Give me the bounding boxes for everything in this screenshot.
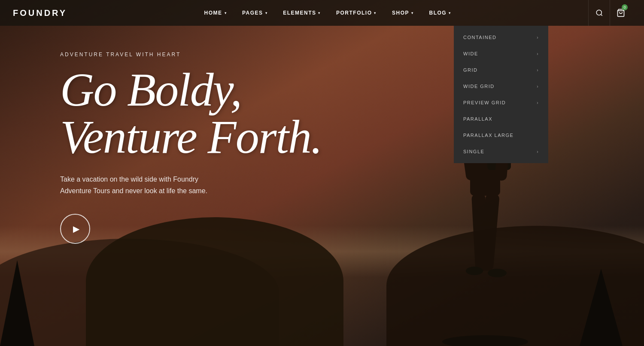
preview-grid-chevron-icon: ›: [537, 100, 539, 105]
wide-chevron-icon: ›: [537, 52, 539, 56]
dropdown-item-grid[interactable]: GRID ›: [454, 62, 548, 78]
hero-content: ADVENTURE TRAVEL WITH HEART Go Boldy, Ve…: [60, 52, 322, 244]
site-logo[interactable]: FOUNDRY: [13, 8, 67, 18]
hero-title-line2: Venture Forth.: [60, 113, 322, 161]
single-chevron-icon: ›: [537, 149, 539, 154]
nav-links: HOME ▾ PAGES ▾ ELEMENTS ▾ PORTFOLIO ▾ SH…: [197, 0, 459, 26]
svg-point-7: [466, 267, 483, 275]
blog-chevron-icon: ▾: [449, 11, 451, 15]
dropdown-item-wide[interactable]: WIDE ›: [454, 46, 548, 62]
hero-description: Take a vacation on the wild side with Fo…: [60, 173, 322, 197]
svg-point-9: [442, 335, 528, 346]
hero-section: FOUNDRY HOME ▾ PAGES ▾ ELEMENTS ▾ PORTFO…: [0, 0, 644, 346]
dropdown-item-contained[interactable]: CONTAINED ›: [454, 29, 548, 46]
cart-count: 0: [622, 4, 628, 10]
play-icon: ▶: [73, 224, 79, 234]
dropdown-item-preview-grid[interactable]: PREVIEW GRID ›: [454, 94, 548, 111]
portfolio-dropdown: CONTAINED › WIDE › GRID › WIDE GRID › PR…: [454, 26, 548, 163]
contained-chevron-icon: ›: [537, 35, 539, 40]
nav-portfolio[interactable]: PORTFOLIO ▾: [328, 0, 384, 26]
hero-title-line1: Go Boldy,: [60, 66, 322, 113]
dropdown-item-parallax-large[interactable]: PARALLAX LARGE: [454, 127, 548, 143]
home-chevron-icon: ▾: [225, 11, 227, 15]
nav-elements[interactable]: ELEMENTS ▾: [275, 0, 328, 26]
hero-subtitle: ADVENTURE TRAVEL WITH HEART: [60, 52, 322, 58]
svg-point-10: [596, 10, 601, 15]
dropdown-item-wide-grid[interactable]: WIDE GRID ›: [454, 78, 548, 94]
search-button[interactable]: [588, 0, 610, 26]
hero-title: Go Boldy, Venture Forth.: [60, 66, 322, 161]
svg-point-8: [488, 269, 507, 277]
svg-line-11: [601, 14, 602, 15]
nav-icons: 0: [588, 0, 631, 26]
dropdown-item-parallax[interactable]: PARALLAX: [454, 111, 548, 127]
nav-home[interactable]: HOME ▾: [197, 0, 235, 26]
wide-grid-chevron-icon: ›: [537, 84, 539, 89]
search-icon: [595, 9, 603, 17]
grid-chevron-icon: ›: [537, 68, 539, 73]
navbar: FOUNDRY HOME ▾ PAGES ▾ ELEMENTS ▾ PORTFO…: [0, 0, 644, 26]
elements-chevron-icon: ▾: [318, 11, 321, 15]
cart-button[interactable]: 0: [610, 0, 631, 26]
shop-chevron-icon: ▾: [411, 11, 414, 15]
pages-chevron-icon: ▾: [265, 11, 268, 15]
play-button[interactable]: ▶: [60, 214, 90, 244]
nav-pages[interactable]: PAGES ▾: [234, 0, 275, 26]
nav-shop[interactable]: SHOP ▾: [384, 0, 422, 26]
portfolio-chevron-icon: ▾: [374, 11, 377, 15]
dropdown-item-single[interactable]: SINGLE ›: [454, 143, 548, 160]
nav-blog[interactable]: BLOG ▾: [421, 0, 459, 26]
